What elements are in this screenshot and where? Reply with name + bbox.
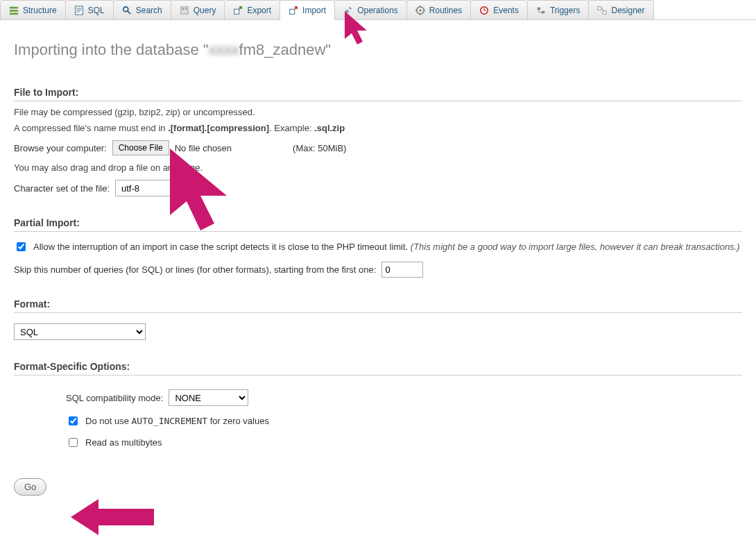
section-format: Format:	[14, 298, 742, 313]
svg-marker-35	[71, 499, 154, 535]
tab-label: Structure	[23, 6, 57, 15]
file-compress-note: File may be compressed (gzip, bzip2, zip…	[14, 107, 742, 117]
tab-sql[interactable]: SQL	[65, 0, 114, 19]
go-button[interactable]: Go	[14, 478, 46, 496]
tab-label: Designer	[611, 6, 644, 15]
tab-label: Search	[136, 6, 162, 15]
tab-triggers[interactable]: Triggers	[527, 0, 590, 19]
query-icon	[180, 6, 189, 15]
sql-icon	[74, 6, 84, 15]
export-icon	[233, 6, 243, 15]
svg-rect-2	[10, 12, 18, 15]
skip-queries-input[interactable]	[381, 262, 423, 278]
charset-select[interactable]: utf-8	[115, 180, 198, 196]
tab-import[interactable]: Import	[280, 0, 335, 20]
svg-line-8	[128, 10, 130, 13]
svg-rect-14	[290, 9, 295, 14]
section-format-specific: Format-Specific Options:	[14, 361, 742, 375]
svg-rect-16	[349, 6, 352, 9]
tab-label: Routines	[429, 6, 462, 15]
svg-rect-6	[76, 11, 79, 12]
section-file-to-import: File to Import:	[14, 87, 742, 101]
skip-queries-label: Skip this number of queries (for SQL) or…	[14, 264, 376, 275]
events-icon	[479, 6, 489, 15]
import-icon	[289, 6, 298, 15]
autoincrement-label: Do not use AUTO_INCREMENT for zero value…	[85, 416, 269, 426]
svg-rect-9	[180, 6, 188, 14]
tab-label: Triggers	[550, 6, 581, 15]
structure-icon	[9, 6, 19, 15]
tab-label: Events	[493, 6, 519, 15]
charset-label: Character set of the file:	[14, 183, 110, 194]
search-icon	[122, 6, 132, 15]
svg-rect-1	[10, 10, 18, 12]
tab-events[interactable]: Events	[470, 0, 528, 19]
svg-rect-4	[76, 8, 81, 8]
svg-rect-26	[538, 7, 540, 10]
file-name-format-note: A compressed file's name must end in .[f…	[14, 123, 742, 133]
browse-label: Browse your computer:	[14, 143, 107, 153]
choose-file-button[interactable]: Choose File	[112, 140, 169, 155]
format-select[interactable]: SQL	[14, 323, 146, 340]
svg-rect-0	[10, 6, 18, 8]
max-size: (Max: 50MiB)	[293, 143, 346, 153]
annotation-arrow-go	[64, 496, 161, 538]
svg-rect-11	[185, 8, 187, 10]
no-file-chosen: No file chosen	[175, 143, 232, 153]
routines-icon	[415, 6, 425, 15]
autoincrement-checkbox[interactable]	[69, 416, 78, 425]
svg-rect-27	[542, 10, 544, 13]
svg-rect-31	[603, 10, 606, 13]
tab-label: Export	[247, 6, 271, 15]
tab-designer[interactable]: Designer	[588, 0, 653, 19]
svg-point-7	[123, 6, 128, 11]
triggers-icon	[536, 6, 546, 15]
tab-search[interactable]: Search	[113, 0, 171, 19]
tab-structure[interactable]: Structure	[0, 0, 66, 19]
section-partial-import: Partial Import:	[14, 217, 742, 232]
tab-routines[interactable]: Routines	[406, 0, 471, 19]
compat-mode-select[interactable]: NONE	[169, 389, 248, 406]
multibyte-label: Read as multibytes	[85, 437, 162, 448]
operations-icon	[343, 6, 353, 15]
tab-label: SQL	[88, 6, 105, 15]
drag-drop-note: You may also drag and drop a file on any…	[14, 162, 742, 173]
multibyte-checkbox[interactable]	[69, 438, 78, 447]
svg-line-32	[602, 8, 605, 10]
svg-rect-30	[598, 6, 601, 9]
svg-rect-12	[234, 9, 239, 14]
tab-query[interactable]: Query	[171, 0, 225, 19]
svg-point-18	[419, 9, 422, 12]
tab-label: Operations	[357, 6, 398, 15]
tab-label: Import	[302, 6, 326, 15]
tab-export[interactable]: Export	[224, 0, 280, 19]
page-title: Importing into the database "xxxxfm8_zad…	[14, 41, 742, 59]
tab-label: Query	[194, 6, 216, 15]
svg-rect-10	[182, 8, 184, 10]
designer-icon	[597, 6, 607, 15]
compat-mode-label: SQL compatibility mode:	[66, 393, 163, 403]
allow-interrupt-checkbox[interactable]	[17, 242, 26, 251]
allow-interrupt-label: Allow the interruption of an import in c…	[33, 242, 740, 252]
svg-rect-5	[76, 10, 81, 10]
tab-operations[interactable]: Operations	[334, 0, 407, 19]
